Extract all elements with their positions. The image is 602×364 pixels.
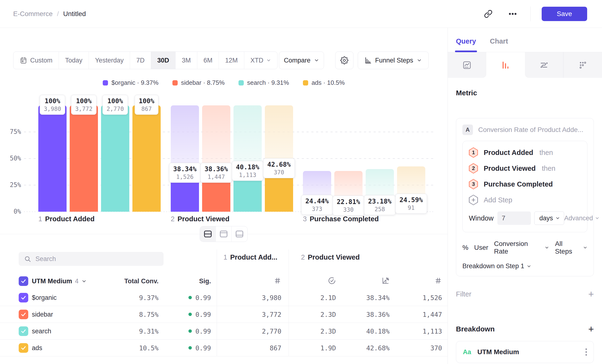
- counting-method-toggle[interactable]: User: [474, 244, 488, 251]
- sig-value: 0.99: [195, 294, 211, 301]
- breadcrumb-project[interactable]: E-Commerce: [13, 10, 53, 18]
- step2-count-cell: 1,113: [423, 327, 442, 335]
- sig-header[interactable]: Sig.: [199, 278, 211, 285]
- step1-count-cell: 867: [270, 344, 281, 352]
- retention-report-tab[interactable]: [563, 52, 602, 78]
- panel-tab-query[interactable]: Query: [456, 37, 476, 52]
- breadcrumb-report-title[interactable]: Untitled: [63, 10, 86, 18]
- range-label: Custom: [30, 57, 53, 64]
- panel-tab-chart[interactable]: Chart: [490, 37, 508, 52]
- funnel-bar-ads-step1[interactable]: [132, 105, 161, 212]
- header-actions: Save: [482, 6, 587, 21]
- percent-toggle[interactable]: %: [462, 244, 468, 251]
- flows-report-tab[interactable]: [525, 52, 563, 78]
- legend-item-sidebar[interactable]: sidebar · 8.75%: [172, 79, 225, 86]
- chart-only-view-toggle[interactable]: [216, 226, 232, 242]
- funnel-bar-sidebar-step1[interactable]: [70, 105, 98, 212]
- row-checkbox[interactable]: [19, 343, 28, 353]
- copy-link-icon[interactable]: [482, 7, 495, 21]
- funnel-bar-search-step1[interactable]: [101, 105, 129, 212]
- range-button-7d[interactable]: 7D: [130, 52, 151, 69]
- steps-scope-dropdown[interactable]: All Steps: [555, 240, 587, 255]
- funnels-report-tab[interactable]: [486, 52, 525, 78]
- chevron-down-icon: [595, 216, 600, 221]
- legend-label: $organic · 9.37%: [111, 79, 159, 86]
- add-breakdown-button[interactable]: +: [588, 324, 594, 334]
- range-button-30d[interactable]: 30D: [151, 52, 176, 69]
- select-all-checkbox[interactable]: [19, 276, 28, 286]
- step2-avg-time-cell: 2.3D: [320, 327, 336, 335]
- step-name: Purchase Completed: [310, 215, 379, 223]
- chart-type-label: Funnel Steps: [375, 57, 413, 64]
- legend-item-organic[interactable]: $organic · 9.37%: [103, 79, 159, 86]
- range-button-3m[interactable]: 3M: [175, 52, 197, 69]
- legend-item-search[interactable]: search · 9.31%: [238, 79, 289, 86]
- table-search: [19, 252, 163, 266]
- insights-report-tab[interactable]: [448, 52, 486, 78]
- avg-time-column-icon[interactable]: [328, 277, 336, 286]
- query-step-3[interactable]: 3Purchase Completed: [469, 179, 581, 189]
- table-only-view-toggle[interactable]: [232, 226, 247, 242]
- add-filter-button[interactable]: +: [588, 289, 594, 299]
- chevron-down-icon: [527, 264, 531, 269]
- bar-value-tooltip: 38.36%1,447: [200, 163, 232, 183]
- save-button[interactable]: Save: [542, 7, 587, 21]
- total-conv-cell: 9.37%: [139, 294, 159, 301]
- step2-avg-time-cell: 1.9D: [320, 344, 336, 352]
- measure-type-dropdown[interactable]: Conversion Rate: [494, 240, 549, 255]
- range-button-yesterday[interactable]: Yesterday: [89, 52, 130, 69]
- compare-button[interactable]: Compare: [279, 52, 324, 69]
- advanced-dropdown[interactable]: Advanced: [564, 214, 600, 222]
- row-checkbox[interactable]: [19, 326, 28, 336]
- range-button-xtd[interactable]: XTD: [244, 52, 277, 69]
- window-unit-dropdown[interactable]: days: [534, 212, 564, 225]
- y-axis-tick: 75%: [7, 128, 21, 135]
- chevron-down-icon[interactable]: [81, 278, 87, 284]
- count-column-icon[interactable]: [434, 277, 442, 285]
- more-options-icon[interactable]: [506, 7, 519, 21]
- legend-label: sidebar · 8.75%: [181, 79, 225, 86]
- range-button-today[interactable]: Today: [59, 52, 89, 69]
- breakdown-on-step-dropdown[interactable]: Breakdown on Step 1: [462, 262, 587, 270]
- range-button-custom[interactable]: Custom: [13, 52, 59, 69]
- add-step-row[interactable]: + Add Step: [469, 195, 581, 205]
- conversion-window-row: Window days Advanced: [469, 212, 581, 225]
- funnel-bar-organic-step1[interactable]: [38, 105, 66, 212]
- chart-type-dropdown[interactable]: Funnel Steps: [358, 52, 429, 69]
- tooltip-conversion-pct: 100%: [75, 97, 92, 105]
- breakdown-property-card[interactable]: Aa UTM Medium: [456, 341, 594, 363]
- query-step-2[interactable]: 2Product Viewedthen: [469, 163, 581, 174]
- step2-conv-rate-cell: 38.36%: [366, 310, 390, 318]
- sig-cell: 0.99: [188, 310, 211, 318]
- metric-summary[interactable]: A Conversion Rate of Product Adde...: [462, 125, 587, 135]
- window-value-input[interactable]: [497, 212, 531, 225]
- breakdown-column-header[interactable]: UTM Medium: [32, 278, 72, 285]
- query-step-1[interactable]: 1Product Addedthen: [469, 147, 581, 158]
- step-number: 1: [223, 253, 227, 261]
- count-column-icon[interactable]: [274, 277, 281, 285]
- range-label: 3M: [182, 57, 191, 64]
- tooltip-count: 2,770: [107, 105, 124, 113]
- conv-rate-column-icon[interactable]: [381, 277, 390, 286]
- row-checkbox[interactable]: [19, 310, 28, 319]
- sig-dot: [188, 296, 192, 299]
- range-button-6m[interactable]: 6M: [197, 52, 219, 69]
- panel-body: Metric A Conversion Rate of Product Adde…: [448, 89, 602, 363]
- bar-value-tooltip: 100%3,980: [40, 95, 65, 115]
- sig-cell: 0.99: [188, 294, 211, 301]
- total-conv-header[interactable]: Total Conv.: [124, 278, 159, 285]
- range-label: Today: [65, 57, 82, 64]
- step2-count-cell: 1,526: [423, 294, 442, 301]
- tooltip-conversion-pct: 42.68%: [267, 160, 291, 169]
- sig-dot: [188, 313, 192, 316]
- metric-heading: Metric: [456, 89, 594, 97]
- range-button-12m[interactable]: 12M: [219, 52, 244, 69]
- split-view-toggle[interactable]: [200, 226, 216, 242]
- row-checkbox[interactable]: [19, 293, 28, 302]
- table-step2-header[interactable]: 2Product Viewed: [301, 253, 360, 261]
- legend-item-ads[interactable]: ads · 10.5%: [303, 79, 345, 86]
- search-input[interactable]: [35, 255, 150, 263]
- breakdown-options-icon[interactable]: [585, 348, 587, 356]
- chart-settings-button[interactable]: [335, 52, 354, 69]
- table-step1-header[interactable]: 1Product Add...: [223, 253, 277, 261]
